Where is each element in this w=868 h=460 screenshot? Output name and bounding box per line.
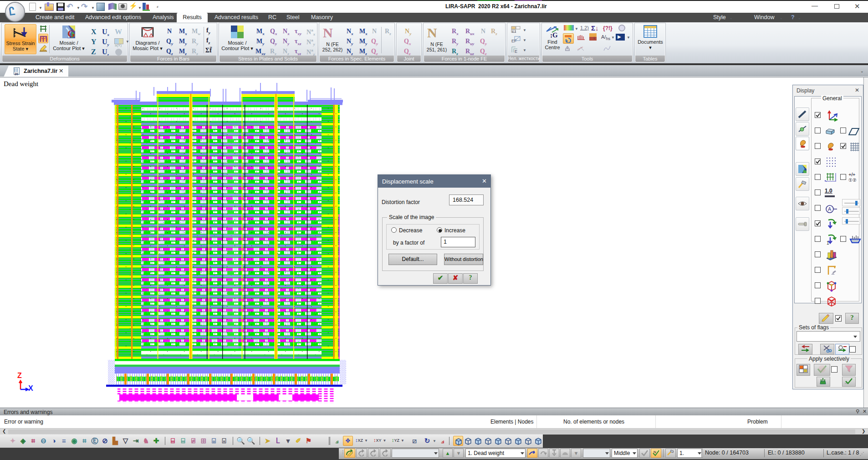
svg-text:Z: Z <box>17 372 22 379</box>
svg-text:1: 1 <box>827 240 829 245</box>
svg-text:E1: E1 <box>512 30 516 33</box>
svg-text:A: A <box>828 206 832 212</box>
svg-text:N: N <box>654 450 656 454</box>
svg-text:E: E <box>515 49 517 53</box>
svg-text:¡G: ¡G <box>550 31 558 38</box>
svg-text:X: X <box>28 384 33 392</box>
svg-text:G: G <box>67 28 75 39</box>
svg-text:EF: EF <box>511 39 517 43</box>
